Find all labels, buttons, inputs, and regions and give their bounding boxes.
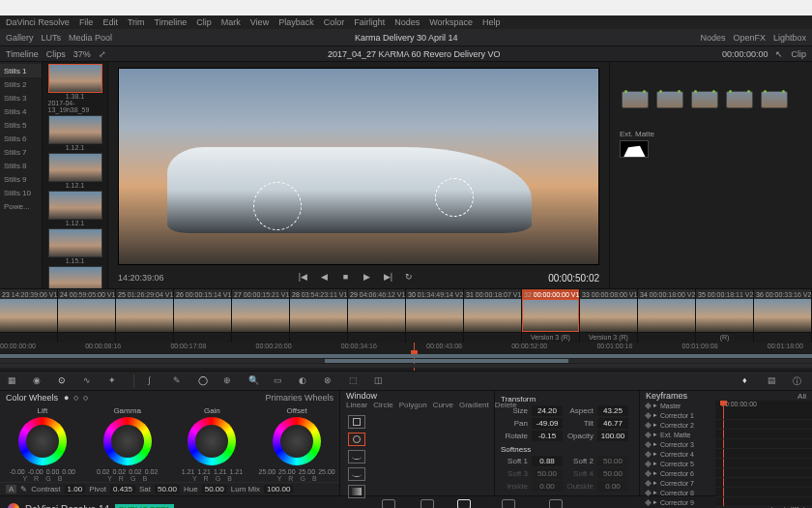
clip-thumbnail[interactable]: 3400:00:18:00V2 bbox=[638, 289, 696, 332]
keyframe-track-label[interactable]: ▸Corrector 8 bbox=[640, 488, 715, 497]
stereo-icon[interactable]: ◫ bbox=[374, 375, 386, 387]
keyframes-icon[interactable]: ♦ bbox=[742, 375, 754, 387]
clip-thumbnail[interactable]: 3001:34:49:14V2 bbox=[406, 289, 464, 332]
lummix-field[interactable]: 100.00 bbox=[264, 485, 293, 493]
window-icon[interactable]: ◯ bbox=[198, 375, 210, 387]
clip-thumbnail[interactable]: 2501:26:29:04V1 bbox=[116, 289, 174, 332]
color-wheel[interactable] bbox=[188, 417, 236, 465]
soft1-field[interactable]: 0.88 bbox=[532, 456, 563, 466]
menu-item[interactable]: Help bbox=[482, 17, 501, 27]
size-field[interactable]: 24.20 bbox=[532, 405, 563, 416]
nodes-toggle[interactable]: Nodes bbox=[700, 33, 725, 43]
menu-item[interactable]: Workspace bbox=[429, 17, 473, 27]
clip-thumbnail[interactable]: 2600:00:15:14V1 bbox=[174, 289, 232, 332]
gallery-tab[interactable]: Stills 2 bbox=[0, 77, 42, 91]
clip-thumbnail[interactable]: 2700:00:15:21V1 bbox=[232, 289, 290, 332]
eyedropper-icon[interactable]: ✎ bbox=[20, 485, 27, 493]
aspect-field[interactable]: 43.25 bbox=[597, 405, 628, 416]
menu-item[interactable]: DaVinci Resolve bbox=[6, 17, 70, 27]
keyframe-track-label[interactable]: ▸Corrector 6 bbox=[640, 468, 715, 478]
auto-balance-button[interactable]: A bbox=[6, 485, 16, 493]
camera-raw-icon[interactable]: ▦ bbox=[8, 375, 19, 387]
mediapool-toggle[interactable]: Media Pool bbox=[69, 33, 112, 43]
primaries-mode[interactable]: Primaries Wheels bbox=[265, 393, 334, 403]
clips-dropdown[interactable]: Clips bbox=[46, 49, 66, 59]
gallery-toggle[interactable]: Gallery bbox=[6, 33, 34, 43]
wheel-mode-dots[interactable]: ● ○ ○ bbox=[64, 393, 89, 403]
stop-button[interactable]: ■ bbox=[338, 272, 352, 284]
curve-shape-item[interactable] bbox=[348, 450, 365, 463]
node[interactable] bbox=[622, 91, 649, 108]
sat-field[interactable]: 50.00 bbox=[155, 485, 180, 493]
menu-item[interactable]: Color bbox=[324, 17, 345, 27]
menu-item[interactable]: Clip bbox=[196, 17, 212, 27]
keyframe-track-label[interactable]: ▸Corrector 4 bbox=[640, 449, 715, 459]
node[interactable] bbox=[726, 91, 753, 108]
keyframes-all[interactable]: All bbox=[798, 392, 806, 401]
color-wheels-icon[interactable]: ⊙ bbox=[58, 375, 70, 387]
keyframe-track-label[interactable]: ▸Master bbox=[640, 401, 715, 410]
tracker-icon[interactable]: ⊕ bbox=[223, 375, 235, 387]
gradient-shape-item[interactable] bbox=[348, 485, 365, 498]
circle-shape-item[interactable] bbox=[348, 433, 365, 446]
keyframe-timeline[interactable]: 00:00:00:00 bbox=[715, 401, 812, 507]
lightbox-toggle[interactable]: Lightbox bbox=[773, 33, 806, 43]
viewer-image[interactable] bbox=[118, 68, 599, 265]
next-button[interactable]: ▶| bbox=[381, 272, 394, 284]
hue-field[interactable]: 50.00 bbox=[202, 485, 227, 493]
clip-mode[interactable]: Clip bbox=[791, 49, 806, 59]
gallery-tab[interactable]: Stills 3 bbox=[0, 91, 42, 105]
page-color[interactable]: Color bbox=[455, 499, 474, 508]
clip-thumbnail[interactable]: 2904:06:46:12V1 bbox=[348, 289, 406, 332]
blur-icon[interactable]: ◐ bbox=[299, 375, 310, 387]
page-edit[interactable]: Edit bbox=[420, 499, 434, 508]
menu-item[interactable]: Playback bbox=[278, 17, 314, 27]
gallery-tab[interactable]: Stills 8 bbox=[0, 159, 42, 172]
color-match-icon[interactable]: ◉ bbox=[33, 375, 44, 387]
magnifier-icon[interactable]: 🔍 bbox=[248, 375, 260, 387]
key-icon[interactable]: ⊗ bbox=[324, 375, 335, 387]
openfx-toggle[interactable]: OpenFX bbox=[733, 33, 766, 43]
menu-item[interactable]: Edit bbox=[102, 17, 118, 27]
menu-item[interactable]: Fairlight bbox=[354, 17, 385, 27]
clip-thumbnail[interactable]: 3200:00:00:00V1 bbox=[522, 289, 580, 332]
mini-timeline[interactable]: 00:00:00:0000:00:08:1600:00:17:0800:00:2… bbox=[0, 343, 812, 372]
scopes-icon[interactable]: ▤ bbox=[768, 375, 779, 387]
page-fairlight[interactable]: Fairlight bbox=[495, 499, 522, 508]
shape-circle[interactable]: Circle bbox=[373, 401, 392, 409]
clip-thumbnail[interactable]: 2314:20:39:06V1 bbox=[0, 289, 58, 332]
still-thumbnail[interactable]: 1.15.1 bbox=[48, 228, 102, 264]
clip-thumbnail[interactable]: 3300:00:08:00V1 bbox=[580, 289, 638, 332]
clip-thumbnail[interactable]: 2803:54:23:11V1 bbox=[290, 289, 348, 332]
timecode-display[interactable]: 00:00:00:00 bbox=[722, 49, 768, 59]
eyedropper-icon[interactable]: ✎ bbox=[173, 375, 185, 387]
still-thumbnail[interactable]: 1.12.1 bbox=[48, 266, 102, 288]
shape-gradient[interactable]: Gradient bbox=[459, 401, 489, 409]
node[interactable] bbox=[656, 91, 683, 108]
gallery-tab[interactable]: Stills 7 bbox=[0, 145, 42, 159]
first-frame-button[interactable]: |◀ bbox=[296, 272, 309, 284]
shape-curve[interactable]: Curve bbox=[433, 401, 453, 409]
matte-thumbnail[interactable] bbox=[620, 140, 649, 158]
keyframe-track-label[interactable]: ▸Corrector 7 bbox=[640, 478, 715, 488]
luts-toggle[interactable]: LUTs bbox=[42, 33, 62, 43]
gallery-tab[interactable]: Stills 4 bbox=[0, 105, 42, 118]
keyframe-track-label[interactable]: ▸Corrector 3 bbox=[640, 439, 715, 449]
menu-item[interactable]: Nodes bbox=[394, 17, 420, 27]
shape-polygon[interactable]: Polygon bbox=[399, 401, 427, 409]
color-wheel[interactable] bbox=[103, 417, 152, 465]
rotate-field[interactable]: -0.15 bbox=[532, 431, 563, 441]
page-deliver[interactable]: Deliver bbox=[543, 499, 567, 508]
contrast-field[interactable]: 1.00 bbox=[65, 485, 86, 493]
zoom-field[interactable]: 37% bbox=[73, 49, 91, 59]
shape-linear[interactable]: Linear bbox=[346, 401, 367, 409]
gallery-tab[interactable]: Stills 6 bbox=[0, 132, 42, 145]
clip-thumbnail[interactable]: 3500:00:18:11V2 bbox=[696, 289, 754, 332]
menu-item[interactable]: Timeline bbox=[155, 17, 188, 27]
gallery-tab[interactable]: Stills 5 bbox=[0, 118, 42, 132]
keyframe-track-label[interactable]: ▸Corrector 1 bbox=[640, 410, 715, 420]
loop-button[interactable]: ↻ bbox=[402, 272, 416, 284]
info-icon[interactable]: ⓘ bbox=[793, 375, 804, 387]
menu-item[interactable]: File bbox=[79, 17, 94, 27]
menu-item[interactable]: Trim bbox=[128, 17, 145, 27]
